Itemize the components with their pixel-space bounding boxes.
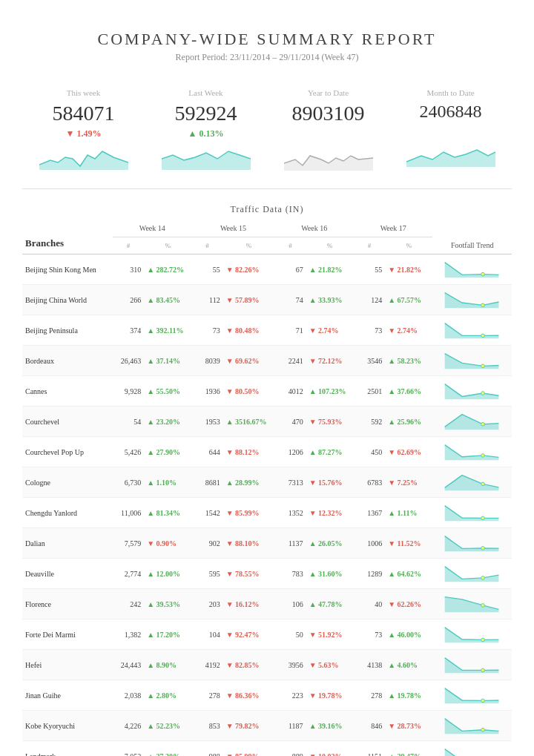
w17-pct: ▲ 19.78% (385, 680, 432, 711)
w14-pct: ▲ 17.20% (144, 619, 191, 650)
w17-pct: ▲ 29.47% (385, 741, 432, 757)
svg-point-21 (481, 422, 484, 426)
w15-num: 55 (192, 254, 223, 285)
kpi-ytd-value: 8903109 (267, 102, 389, 125)
w17-pct: ▲ 46.00% (385, 619, 432, 650)
w15-num: 4192 (192, 650, 223, 680)
w17-pct: ▲ 58.23% (385, 346, 432, 376)
trend-sparkline (432, 650, 512, 680)
report-period: Report Period: 23/11/2014 – 29/11/2014 (… (22, 52, 512, 63)
report-header: COMPANY-WIDE SUMMARY REPORT Report Perio… (22, 15, 512, 70)
table-section-title: Traffic Data (IN) (22, 204, 512, 215)
w16-pct: ▼ 15.76% (306, 467, 354, 498)
kpi-this-week-label: This week (22, 88, 145, 97)
svg-point-6 (481, 272, 484, 276)
w14-num: 242 (113, 589, 144, 619)
w14-num: 2,038 (113, 680, 144, 711)
w14-pct: ▲ 52.23% (144, 711, 191, 741)
w16-num: 1352 (274, 498, 306, 528)
kpi-last-week-value: 592924 (145, 102, 267, 125)
w17-num: 6783 (354, 467, 385, 498)
kpi-this-week-value: 584071 (22, 102, 145, 125)
svg-point-45 (481, 668, 484, 672)
w15-pct: ▲ 3516.67% (223, 407, 275, 437)
table-row: Forte Dei Marmi 1,382 ▲ 17.20% 104 ▼ 92.… (22, 619, 512, 650)
w16-pct: ▼ 2.74% (306, 315, 354, 346)
w15-pct: ▼ 57.89% (223, 285, 275, 315)
w16-num: 1137 (274, 528, 306, 559)
table-row: Beijing China World 266 ▲ 83.45% 112 ▼ 5… (22, 285, 512, 315)
w14-pct: ▲ 2.80% (144, 680, 191, 711)
w14-num: 24,443 (113, 650, 144, 680)
w17-pct: ▲ 67.57% (385, 285, 432, 315)
w17-pct: ▼ 62.26% (385, 589, 432, 619)
branch-name: Beijing Peninsula (22, 315, 113, 346)
w14-pct: ▲ 55.50% (144, 376, 191, 407)
svg-marker-44 (444, 658, 498, 674)
w15-num: 988 (192, 741, 223, 757)
trend-sparkline (432, 376, 512, 407)
trend-sparkline (432, 711, 512, 741)
svg-point-15 (481, 364, 484, 368)
table-row: Courchevel Pop Up 5,426 ▲ 27.90% 644 ▼ 8… (22, 437, 512, 467)
w16-pct: ▼ 19.78% (306, 680, 354, 711)
w16-pct: ▼ 10.02% (306, 741, 354, 757)
w16-pct: ▼ 5.63% (306, 650, 354, 680)
kpi-mtd-label: Month to Date (389, 88, 512, 97)
w16-num: 106 (274, 589, 306, 619)
w15-num: 595 (192, 559, 223, 589)
w16-num: 71 (274, 315, 306, 346)
page: COMPANY-WIDE SUMMARY REPORT Report Perio… (0, 0, 534, 756)
svg-marker-38 (444, 597, 498, 613)
w15-num: 112 (192, 285, 223, 315)
w17-num: 592 (354, 407, 385, 437)
kpi-last-week-change: ▲ 0.13% (145, 128, 267, 139)
w16-num: 74 (274, 285, 306, 315)
kpi-last-week-label: Last Week (145, 88, 267, 97)
kpi-row: This week 584071 ▼ 1.49% Last Week 59292… (22, 70, 512, 189)
svg-marker-17 (444, 384, 498, 400)
w16-pct: ▼ 72.12% (306, 346, 354, 376)
svg-marker-20 (444, 415, 498, 430)
svg-point-39 (481, 604, 484, 608)
w14-num: 266 (113, 285, 144, 315)
w14-pct: ▲ 39.53% (144, 589, 191, 619)
w14-pct: ▲ 8.90% (144, 650, 191, 680)
col-week17: Week 17 (354, 220, 433, 237)
kpi-this-week-change: ▼ 1.49% (22, 128, 145, 139)
w14-num: 374 (113, 315, 144, 346)
col-week16: Week 16 (274, 220, 354, 237)
table-row: Hefei 24,443 ▲ 8.90% 4192 ▼ 82.85% 3956 … (22, 650, 512, 680)
table-row: Kobe Kyoryuchi 4,226 ▲ 52.23% 853 ▼ 79.8… (22, 711, 512, 741)
w15-pct: ▼ 82.85% (223, 650, 275, 680)
w17-pct: ▼ 21.82% (385, 254, 432, 285)
kpi-ytd-label: Year to Date (267, 88, 389, 97)
w16-num: 50 (274, 619, 306, 650)
w16-pct: ▲ 31.60% (306, 559, 354, 589)
w17-num: 1367 (354, 498, 385, 528)
branch-name: Dalian (22, 528, 113, 559)
col-week14: Week 14 (113, 220, 192, 237)
kpi-last-week-sparkline (145, 144, 267, 173)
w14-pct: ▲ 1.10% (144, 467, 191, 498)
w16-pct: ▲ 47.78% (306, 589, 354, 619)
w14-pct: ▲ 392.11% (144, 315, 191, 346)
w17-num: 1289 (354, 559, 385, 589)
w14-pct: ▲ 27.30% (144, 741, 191, 757)
table-section: Traffic Data (IN) Branches Week 14 Week … (22, 204, 512, 756)
w14-pct: ▲ 27.90% (144, 437, 191, 467)
w17-num: 450 (354, 437, 385, 467)
w17-num: 1006 (354, 528, 385, 559)
w14-pct: ▲ 12.00% (144, 559, 191, 589)
branch-name: Hefei (22, 650, 113, 680)
w17-pct: ▼ 28.73% (385, 711, 432, 741)
trend-sparkline (432, 254, 512, 285)
branch-name: Deauville (22, 559, 113, 589)
w16-num: 223 (274, 680, 306, 711)
w17-num: 124 (354, 285, 385, 315)
branch-name: Courchevel (22, 407, 113, 437)
w15-num: 203 (192, 589, 223, 619)
table-row: Bordeaux 26,463 ▲ 37.14% 8039 ▼ 69.62% 2… (22, 346, 512, 376)
svg-point-24 (481, 454, 484, 458)
trend-sparkline (432, 407, 512, 437)
